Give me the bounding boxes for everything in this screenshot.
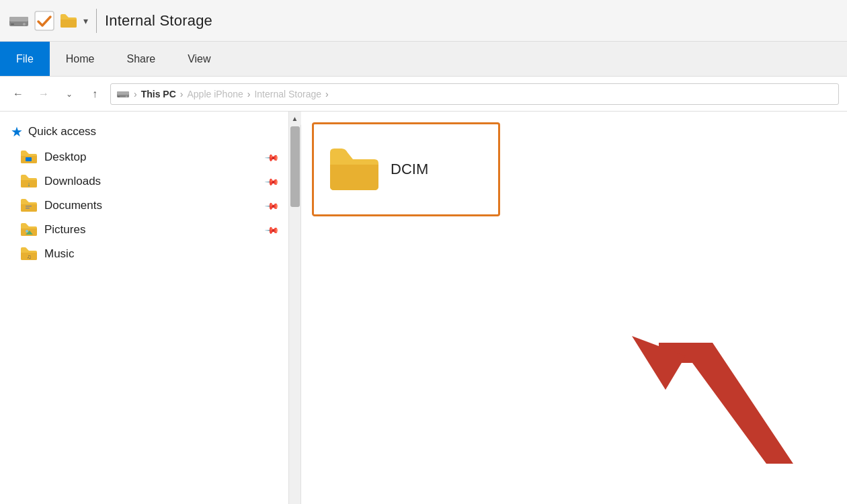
folder-icon-titlebar [59,13,78,29]
sidebar-item-desktop[interactable]: Desktop 📌 [0,145,288,169]
documents-pin-icon: 📌 [264,198,280,213]
red-arrow [625,329,813,491]
svg-text:↓: ↓ [28,181,31,187]
svg-rect-2 [11,24,14,25]
address-path[interactable]: › This PC › Apple iPhone › Internal Stor… [110,83,839,105]
file-area: DCIM [301,112,847,504]
tab-file[interactable]: File [0,42,50,76]
path-sep-3: › [247,89,251,99]
tab-view[interactable]: View [171,42,227,76]
address-bar: ← → ⌄ ↑ › This PC › Apple iPhone › Inter… [0,77,847,112]
desktop-pin-icon: 📌 [264,149,280,165]
downloads-label: Downloads [44,175,101,188]
sidebar-scrollbar[interactable]: ▲ [289,112,301,504]
scroll-up-button[interactable]: ▲ [289,112,301,125]
tab-share[interactable]: Share [110,42,171,76]
svg-rect-7 [118,96,120,97]
checkmark-icon [34,10,55,32]
documents-folder-icon [20,198,38,213]
path-sep-1: › [134,89,137,99]
back-button[interactable]: ← [8,84,28,104]
sidebar: ★ Quick access Desktop 📌 ↓ Downloads 📌 [0,112,289,504]
dcim-folder[interactable]: DCIM [312,122,500,216]
sidebar-item-downloads[interactable]: ↓ Downloads 📌 [0,169,288,194]
quick-access-label: Quick access [28,125,96,138]
svg-rect-6 [117,91,129,95]
dropdown-button[interactable]: ⌄ [59,84,79,104]
sidebar-item-pictures[interactable]: Pictures 📌 [0,218,288,242]
title-dropdown-arrow[interactable]: ▾ [83,15,88,26]
path-this-pc[interactable]: This PC [141,89,176,99]
quick-access-section: ★ Quick access [0,120,288,145]
dcim-folder-label: DCIM [391,161,428,178]
ribbon: File Home Share View [0,42,847,77]
desktop-label: Desktop [44,151,86,164]
svg-point-8 [126,95,127,97]
path-apple-iphone[interactable]: Apple iPhone [187,89,243,99]
drive-icon [8,11,30,30]
path-drive-icon [116,89,130,99]
forward-button[interactable]: → [34,84,54,104]
music-label: Music [44,247,74,261]
pictures-pin-icon: 📌 [264,222,280,237]
music-folder-icon: ♫ [20,247,38,261]
downloads-folder-icon: ↓ [20,174,38,189]
path-internal-storage[interactable]: Internal Storage [254,89,321,99]
desktop-folder-icon [20,150,38,165]
title-divider [96,9,97,33]
sidebar-item-documents[interactable]: Documents 📌 [0,194,288,218]
svg-text:♫: ♫ [27,253,32,260]
svg-rect-11 [26,206,32,207]
pictures-folder-icon [20,222,38,237]
svg-rect-12 [26,208,30,209]
downloads-pin-icon: 📌 [264,173,280,189]
sidebar-item-music[interactable]: ♫ Music [0,242,288,266]
up-button[interactable]: ↑ [85,84,105,104]
star-icon: ★ [11,124,23,140]
scroll-thumb[interactable] [290,126,300,207]
pictures-label: Pictures [44,223,85,237]
tab-home[interactable]: Home [50,42,111,76]
dcim-folder-icon [327,146,381,193]
svg-point-3 [23,23,26,26]
svg-rect-9 [26,157,32,161]
title-bar: ▾ Internal Storage [0,0,847,42]
window-title: Internal Storage [105,12,212,30]
main-content: ★ Quick access Desktop 📌 ↓ Downloads 📌 [0,112,847,504]
path-sep-2: › [180,89,184,99]
documents-label: Documents [44,199,102,212]
svg-point-13 [26,230,28,233]
svg-rect-1 [9,17,28,22]
title-bar-icons: ▾ [8,10,88,32]
path-sep-4: › [325,89,329,99]
